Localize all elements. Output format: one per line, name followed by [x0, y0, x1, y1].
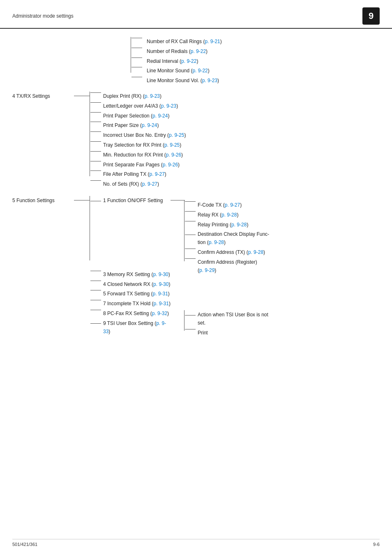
hline-icon [90, 180, 101, 181]
item-confirm-register: Confirm Address (Register)(p. 9-29) [185, 258, 380, 276]
item-tsi-action: Action when TSI User Box is notset. [185, 310, 380, 328]
link-9-23b[interactable]: p. 9-23 [145, 93, 160, 99]
link-9-31b[interactable]: p. 9-31 [154, 301, 169, 306]
hline-icon [90, 141, 101, 142]
link-9-29[interactable]: p. 9-29 [199, 267, 214, 273]
txrx-items: Duplex Print (RX) (p. 9-23) Letter/Ledge… [90, 92, 380, 189]
function-settings-section: 5 Function Settings 1 Function ON/OFF Se… [12, 196, 380, 338]
txrx-connector [74, 92, 90, 96]
hline-icon [90, 92, 101, 93]
footer-left: 501/421/361 [12, 542, 37, 547]
hline-icon [185, 249, 196, 249]
item-line-monitor-vol: Line Monitor Sound Vol. (p. 9-23) [131, 76, 380, 86]
item-redials: Number of Redials (p. 9-22) [131, 47, 380, 57]
link-9-27c[interactable]: p. 9-27 [225, 202, 240, 208]
link-9-28c[interactable]: p. 9-28 [209, 240, 224, 245]
link-9-25a[interactable]: p. 9-25 [169, 132, 184, 138]
item-closed-network: 4 Closed Network RX (p. 9-30) [90, 280, 171, 290]
hline-icon [131, 58, 142, 58]
item-confirm-tx: Confirm Address (TX) (p. 9-28) [185, 248, 380, 258]
func-onoff-subitems: F-Code TX (p. 9-27) Relay RX (p. 9-28) R… [185, 200, 380, 275]
link-9-30b[interactable]: p. 9-30 [153, 281, 168, 287]
link-9-28d[interactable]: p. 9-28 [248, 249, 263, 255]
item-min-reduction: Min. Reduction for RX Print (p. 9-26) [90, 150, 380, 160]
hline-icon [185, 201, 196, 202]
hline-icon [90, 122, 101, 122]
link-9-32[interactable]: p. 9-32 [152, 311, 167, 316]
hline-icon [185, 258, 196, 259]
hline-icon [185, 235, 196, 235]
link-9-28a[interactable]: p. 9-28 [221, 212, 237, 218]
hline-icon [185, 329, 196, 329]
link-9-22b[interactable]: p. 9-22 [181, 58, 196, 64]
link-9-27b[interactable]: p. 9-27 [142, 181, 157, 187]
page-container: Administrator mode settings 9 Number of … [0, 0, 392, 555]
link-9-22c[interactable]: p. 9-22 [192, 68, 208, 74]
hline-icon [90, 310, 101, 310]
item-file-after-polling: File After Polling TX (p. 9-27) [90, 170, 380, 180]
item-relay-rx: Relay RX (p. 9-28) [185, 210, 380, 220]
link-9-23c[interactable]: p. 9-23 [161, 103, 176, 109]
item-incorrect-user-box: Incorrect User Box No. Entry (p. 9-25) [90, 131, 380, 140]
tsi-subitems: Action when TSI User Box is notset. Prin… [185, 310, 380, 338]
func-connector-h [74, 196, 90, 200]
hline-icon [90, 151, 101, 152]
hline-icon [90, 323, 101, 324]
hline-icon [90, 131, 101, 132]
hline-icon [90, 290, 101, 290]
link-9-33[interactable]: p. 9-33 [103, 320, 166, 334]
item-pcfax-rx: 8 PC-Fax RX Setting (p. 9-32) [90, 309, 171, 319]
page-footer: 501/421/361 9-6 [12, 539, 380, 547]
link-9-25b[interactable]: p. 9-25 [164, 142, 180, 148]
link-9-30a[interactable]: p. 9-30 [153, 272, 168, 277]
link-9-21[interactable]: p. 9-21 [205, 39, 220, 44]
hline-icon [185, 221, 196, 221]
link-9-27a[interactable]: p. 9-27 [150, 171, 165, 177]
hline-icon [90, 170, 101, 171]
footer-right: 9-6 [373, 542, 380, 547]
func-mid-col: 1 Function ON/OFF Setting 3 Memory RX Se… [90, 196, 171, 336]
hline-icon [131, 48, 142, 48]
link-9-26a[interactable]: p. 9-26 [166, 152, 181, 158]
item-fcode-tx: F-Code TX (p. 9-27) [185, 200, 380, 210]
hline-icon [90, 201, 101, 201]
item-memory-rx: 3 Memory RX Setting (p. 9-30) [90, 270, 171, 280]
hline-icon [90, 102, 101, 103]
link-9-23a[interactable]: p. 9-23 [202, 78, 217, 83]
hline-icon [185, 315, 196, 315]
link-9-24b[interactable]: p. 9-24 [142, 122, 157, 128]
item-tsi-userbox: 9 TSI User Box Setting (p. 9-33) [90, 319, 171, 337]
item-line-monitor-sound: Line Monitor Sound (p. 9-22) [131, 66, 380, 76]
main-content: Number of RX Call Rings (p. 9-21) Number… [0, 29, 392, 371]
page-header: Administrator mode settings 9 [0, 0, 392, 29]
txrx-label: 4 TX/RX Settings [12, 92, 74, 101]
item-print-paper-selection: Print Paper Selection (p. 9-24) [90, 111, 380, 121]
item-incomplete-tx: 7 Incomplete TX Hold (p. 9-31) [90, 299, 171, 309]
top-items-group: Number of RX Call Rings (p. 9-21) Number… [131, 37, 380, 86]
hline-icon [131, 38, 142, 38]
item-print-separate: Print Separate Fax Pages (p. 9-26) [90, 160, 380, 170]
hline-icon [90, 300, 101, 300]
item-letter-ledger: Letter/Ledger over A4/A3 (p. 9-23) [90, 101, 380, 111]
link-9-31a[interactable]: p. 9-31 [153, 291, 168, 297]
header-badge: 9 [362, 7, 380, 25]
item-dest-check: Destination Check Display Func-tion (p. … [185, 230, 380, 248]
item-forward-tx: 5 Forward TX Setting (p. 9-31) [90, 289, 171, 299]
item-func-onoff: 1 Function ON/OFF Setting [90, 196, 171, 206]
hline-icon [90, 112, 101, 113]
link-9-28b[interactable]: p. 9-28 [231, 222, 247, 228]
hline-icon [131, 77, 142, 77]
txrx-settings-section: 4 TX/RX Settings Duplex Print (RX) (p. 9… [12, 92, 380, 189]
link-9-22a[interactable]: p. 9-22 [191, 48, 206, 54]
link-9-24a[interactable]: p. 9-24 [152, 113, 168, 119]
hline-icon [90, 271, 101, 271]
item-relay-printing: Relay Printing (p. 9-28) [185, 220, 380, 230]
item-tray-selection: Tray Selection for RX Print (p. 9-25) [90, 140, 380, 150]
hline-icon [131, 67, 142, 67]
item-print-paper-size: Print Paper Size (p. 9-24) [90, 121, 380, 131]
hline-icon [90, 161, 101, 161]
item-rx-call-rings: Number of RX Call Rings (p. 9-21) [131, 37, 380, 47]
item-print: Print [185, 328, 380, 338]
link-9-26b[interactable]: p. 9-26 [163, 162, 178, 168]
header-title: Administrator mode settings [12, 13, 74, 19]
